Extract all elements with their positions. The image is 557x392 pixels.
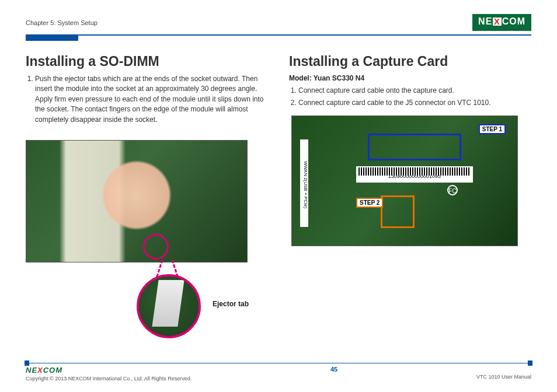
step2-label: STEP 2 bbox=[356, 198, 383, 208]
callout-source-circle bbox=[143, 234, 169, 260]
right-step-list: Connect capture card cable onto the capt… bbox=[289, 86, 531, 108]
footer-logo: NEXCOM bbox=[26, 366, 192, 374]
step1-label: STEP 1 bbox=[479, 124, 506, 134]
header-rule bbox=[26, 34, 531, 41]
ejector-detail-circle bbox=[137, 274, 201, 338]
logo-part-x: X bbox=[493, 18, 501, 26]
footer-rule bbox=[26, 363, 531, 363]
fcc-mark-icon: FC bbox=[447, 185, 458, 195]
board-side-label: WWAN 2(USB + PCIe) bbox=[300, 139, 308, 227]
sodimm-install-photo bbox=[26, 140, 248, 262]
left-step-item: Push the ejector tabs which are at the e… bbox=[35, 74, 268, 125]
brand-logo: NEXCOM bbox=[472, 14, 531, 31]
left-heading: Installing a SO-DIMM bbox=[26, 54, 268, 69]
footer-logo-right: COM bbox=[43, 366, 62, 374]
right-heading: Installing a Capture Card bbox=[289, 54, 531, 69]
step2-highlight-box bbox=[381, 195, 415, 228]
ejector-tab-label: Ejector tab bbox=[213, 300, 249, 308]
right-step-item: Connect capture card cable onto the capt… bbox=[298, 86, 531, 96]
chapter-label: Chapter 5: System Setup bbox=[26, 19, 98, 26]
capture-card-photo: WWAN 2(USB + PCIe) STEP 1 13090000000000… bbox=[291, 116, 518, 246]
barcode-sticker: 130900000000001095 bbox=[356, 166, 473, 183]
step1-highlight-box bbox=[368, 134, 461, 160]
copyright-text: Copyright © 2013 NEXCOM International Co… bbox=[26, 376, 192, 382]
model-label: Model: Yuan SC330 N4 bbox=[289, 74, 531, 82]
left-step-list: Push the ejector tabs which are at the e… bbox=[26, 74, 268, 125]
page-number: 45 bbox=[330, 366, 337, 373]
footer-logo-x: X bbox=[37, 366, 43, 374]
ejector-detail-wrap: Ejector tab bbox=[26, 262, 268, 350]
manual-name: VTC 1010 User Manual bbox=[476, 366, 531, 380]
logo-part-right: COM bbox=[502, 16, 525, 27]
footer-logo-left: NE bbox=[26, 366, 37, 374]
logo-part-left: NE bbox=[478, 16, 492, 27]
right-step-item: Connect capture card cable to the J5 con… bbox=[298, 98, 531, 108]
